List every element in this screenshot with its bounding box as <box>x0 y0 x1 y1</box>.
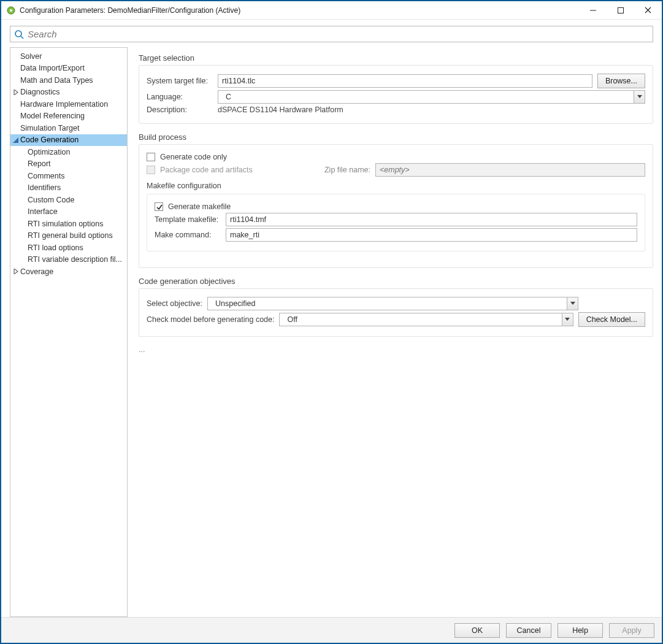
help-button[interactable]: Help <box>558 623 603 638</box>
section-objectives: Code generation objectives <box>139 277 653 286</box>
select-objective-value: Unspecified <box>212 299 255 308</box>
select-language[interactable]: C <box>218 90 645 104</box>
search-input[interactable] <box>26 26 649 42</box>
browse-button[interactable]: Browse... <box>597 74 645 88</box>
window-title: Configuration Parameters: DemoMedianFilt… <box>20 6 579 15</box>
checkbox-icon <box>147 166 155 174</box>
search-bar <box>1 20 662 47</box>
select-language-value: C <box>222 93 231 101</box>
tree-item[interactable]: RTI simulation options <box>10 218 127 230</box>
svg-marker-9 <box>13 137 18 143</box>
tree-item[interactable]: Interface <box>10 206 127 218</box>
tree-item-label: Coverage <box>20 267 53 276</box>
svg-rect-3 <box>618 7 623 13</box>
label-description: Description: <box>147 105 213 114</box>
tree-item[interactable]: Report <box>10 158 127 171</box>
chevron-down-icon <box>634 91 645 103</box>
tree-item[interactable]: Coverage <box>10 266 127 278</box>
tree-item[interactable]: Data Import/Export <box>10 63 127 75</box>
section-build: Build process <box>139 132 653 142</box>
tree-item[interactable]: Custom Code <box>10 194 127 206</box>
svg-marker-12 <box>570 302 575 305</box>
tree-item-label: Report <box>28 159 51 168</box>
tree-item-label: RTI load options <box>28 243 83 252</box>
maximize-button[interactable] <box>607 1 634 19</box>
checkbox-checked-icon <box>155 202 163 211</box>
svg-marker-8 <box>14 90 18 95</box>
tree-item-label: Math and Data Types <box>20 76 93 85</box>
panel-target: System target file: Browse... Language: … <box>139 65 653 124</box>
tree-item[interactable]: RTI variable description fil... <box>10 254 127 266</box>
subheader-makefile: Makefile configuration <box>147 182 645 190</box>
tree-item[interactable]: RTI general build options <box>10 230 127 242</box>
tree-item-label: Comments <box>28 172 64 180</box>
panel-objectives: Select objective: Unspecified Check mode… <box>139 288 653 337</box>
tree-item[interactable]: Optimization <box>10 146 127 158</box>
svg-marker-13 <box>565 318 570 321</box>
tree-item[interactable]: Identifiers <box>10 182 127 194</box>
section-target: Target selection <box>139 53 653 63</box>
search-box[interactable] <box>10 26 653 42</box>
select-check-model-value: Off <box>283 315 297 324</box>
check-generate-makefile-label: Generate makefile <box>168 202 231 211</box>
select-check-model[interactable]: Off <box>279 313 573 326</box>
tree-item-label: Simulation Target <box>20 124 79 132</box>
check-model-button[interactable]: Check Model... <box>578 312 645 327</box>
caret-right-icon <box>12 90 19 95</box>
tree-item[interactable]: Solver <box>10 50 127 63</box>
label-system-target: System target file: <box>147 77 213 85</box>
chevron-down-icon <box>567 297 578 310</box>
input-template-makefile[interactable] <box>226 213 637 226</box>
cancel-button[interactable]: Cancel <box>506 623 551 638</box>
title-bar: Configuration Parameters: DemoMedianFilt… <box>1 1 662 20</box>
input-make-command[interactable] <box>226 228 637 242</box>
tree-item[interactable]: RTI load options <box>10 242 127 254</box>
apply-button[interactable]: Apply <box>609 623 654 638</box>
check-package-code-label: Package code and artifacts <box>160 166 253 174</box>
check-generate-code-only[interactable]: Generate code only <box>147 153 227 161</box>
nav-tree: SolverData Import/ExportMath and Data Ty… <box>10 47 128 617</box>
tree-item-label: RTI general build options <box>28 231 113 240</box>
tree-item[interactable]: Model Referencing <box>10 110 127 123</box>
label-select-objective: Select objective: <box>147 299 202 308</box>
panel-makefile: Generate makefile Template makefile: Mak… <box>147 194 645 251</box>
label-check-model: Check model before generating code: <box>147 315 274 324</box>
check-generate-code-only-label: Generate code only <box>160 153 227 161</box>
svg-marker-11 <box>637 95 642 98</box>
tree-item[interactable]: Code Generation <box>10 134 127 147</box>
tree-item-label: RTI simulation options <box>28 220 103 228</box>
text-description: dSPACE DS1104 Hardware Platform <box>218 105 343 114</box>
checkbox-icon <box>147 153 155 161</box>
svg-point-6 <box>15 31 21 37</box>
label-template-makefile: Template makefile: <box>155 215 221 224</box>
tree-item-label: Identifiers <box>28 183 61 192</box>
close-button[interactable] <box>634 1 662 19</box>
tree-item-label: Model Referencing <box>20 112 85 120</box>
label-zip: Zip file name: <box>324 166 370 174</box>
check-generate-makefile[interactable]: Generate makefile <box>155 202 231 211</box>
tree-item-label: Optimization <box>28 148 70 156</box>
tree-item[interactable]: Diagnostics <box>10 86 127 99</box>
window-controls <box>579 1 662 19</box>
input-system-target[interactable] <box>218 74 592 88</box>
tree-item-label: Diagnostics <box>20 88 60 96</box>
tree-item[interactable]: Comments <box>10 170 127 182</box>
search-icon <box>14 29 24 39</box>
select-objective[interactable]: Unspecified <box>207 297 578 310</box>
tree-item[interactable]: Simulation Target <box>10 122 127 134</box>
caret-down-icon <box>12 137 19 143</box>
tree-item-label: Hardware Implementation <box>20 100 108 109</box>
minimize-button[interactable] <box>579 1 607 19</box>
ok-button[interactable]: OK <box>454 623 500 638</box>
check-package-code: Package code and artifacts <box>147 166 253 174</box>
tree-item-label: Solver <box>20 52 42 61</box>
tree-item[interactable]: Hardware Implementation <box>10 98 127 110</box>
tree-item-label: RTI variable description fil... <box>28 255 122 264</box>
dialog-footer: OK Cancel Help Apply <box>1 617 662 643</box>
tree-item[interactable]: Math and Data Types <box>10 74 127 86</box>
svg-line-7 <box>21 36 23 39</box>
tree-item-label: Custom Code <box>28 196 74 204</box>
svg-point-1 <box>10 9 12 12</box>
content-pane: Target selection System target file: Bro… <box>128 47 653 617</box>
label-make-command: Make command: <box>155 231 221 239</box>
